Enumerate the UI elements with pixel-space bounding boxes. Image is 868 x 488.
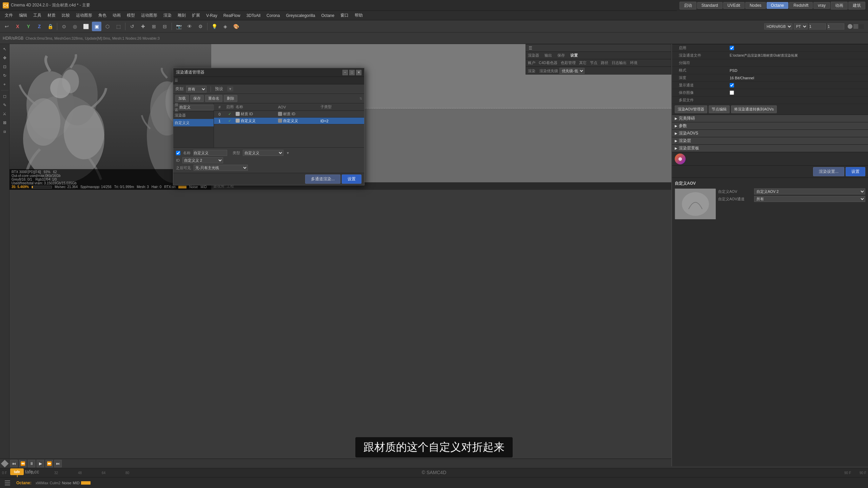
tool-rotate[interactable]: ↻ bbox=[1, 72, 8, 79]
menu-edit[interactable]: 编辑 bbox=[16, 12, 30, 19]
rename-btn[interactable]: 重命名 bbox=[205, 95, 222, 102]
toolbar-camera[interactable]: 📷 bbox=[174, 22, 183, 31]
menu-corona[interactable]: Corona bbox=[264, 13, 282, 19]
settings-dialog-btn[interactable]: 设置 bbox=[342, 175, 361, 184]
section-render-layer-template[interactable]: ▶ 渲染层景板 bbox=[672, 145, 868, 152]
menu-3dtosall[interactable]: 3DToAll bbox=[244, 13, 263, 19]
mode-architecture[interactable]: 建筑 bbox=[848, 2, 865, 9]
render-tab-save[interactable]: 输出 bbox=[545, 53, 552, 58]
dialog-close-btn[interactable]: ✕ bbox=[356, 70, 361, 75]
menu-mograph[interactable]: 运动图形 bbox=[138, 12, 160, 19]
toolbar-eye[interactable]: 👁 bbox=[185, 22, 194, 31]
tool-magnet[interactable]: ⊠ bbox=[1, 119, 8, 126]
mode-nodes[interactable]: Nodes bbox=[745, 2, 766, 9]
menu-octane[interactable]: Octane bbox=[318, 13, 337, 19]
settings-channel[interactable]: 渲染 bbox=[528, 68, 535, 74]
form-name-input[interactable] bbox=[193, 150, 227, 156]
toolbar-cube[interactable]: ⬜ bbox=[81, 22, 91, 31]
toolbar-cross[interactable]: ✚ bbox=[138, 22, 148, 31]
btn-prev-frame[interactable]: ⏪ bbox=[19, 460, 26, 467]
bottom-menu-icon[interactable] bbox=[3, 478, 12, 488]
settings-c4d[interactable]: C4D着色器 bbox=[539, 60, 557, 65]
mode-launch[interactable]: 启动 bbox=[679, 2, 696, 9]
list-item-custom[interactable]: 自定义义 bbox=[173, 119, 214, 126]
dialog-window-controls[interactable]: − □ ✕ bbox=[342, 70, 361, 75]
tool-knife[interactable]: ⚔ bbox=[1, 110, 8, 118]
toolbar-z[interactable]: Z bbox=[35, 22, 44, 31]
toolbar-y[interactable]: Y bbox=[24, 22, 33, 31]
mode-vray[interactable]: vray bbox=[813, 2, 830, 9]
btn-last-frame[interactable]: ⏭ bbox=[54, 460, 62, 467]
settings-other[interactable]: 其它 bbox=[579, 60, 587, 65]
section-render-aovs[interactable]: ▶ 渲染AOVS bbox=[672, 130, 868, 137]
btn-play-pause[interactable]: ⏸ bbox=[28, 460, 35, 467]
form-type-expand[interactable]: ▼ bbox=[286, 151, 290, 155]
table-row-1[interactable]: 1 ✓ 自定义义 自定义义 ID=2 bbox=[214, 118, 364, 124]
tool-transform[interactable]: ⌖ bbox=[1, 81, 8, 88]
delete-btn[interactable]: 删除 bbox=[224, 95, 237, 102]
section-params[interactable]: ▶ 参数 bbox=[672, 122, 868, 130]
toolbar-sphere[interactable]: ⊙ bbox=[59, 22, 69, 31]
toolbar-paint[interactable]: 🎨 bbox=[231, 22, 241, 31]
mode-redshift[interactable]: Redshift bbox=[789, 2, 813, 9]
form-id-select[interactable]: 自定义义 2 bbox=[182, 157, 223, 163]
settings-priority[interactable]: 渲染优先级 bbox=[539, 68, 558, 74]
settings-nodes[interactable]: 节点 bbox=[590, 60, 597, 65]
render-settings-btn[interactable]: 渲染设置... bbox=[813, 167, 844, 176]
list-item-renderer[interactable]: 渲染器 bbox=[173, 111, 214, 119]
menu-modeling[interactable]: 模型 bbox=[124, 12, 138, 19]
btn-next-frame[interactable]: ⏩ bbox=[45, 460, 53, 467]
toolbar-ring[interactable]: ◎ bbox=[70, 22, 80, 31]
toolbar-smooth[interactable]: ▣ bbox=[92, 22, 101, 31]
btn-first-frame[interactable]: ⏮ bbox=[10, 460, 18, 467]
form-visibility-select[interactable]: 无-只有主光线 bbox=[194, 165, 248, 171]
menu-vray[interactable]: V-Ray bbox=[203, 13, 220, 19]
toolbar-bend[interactable]: ⬚ bbox=[114, 22, 123, 31]
settings-account[interactable]: 账户 bbox=[528, 60, 535, 65]
setup-btn[interactable]: 设置 bbox=[846, 167, 865, 176]
menu-help[interactable]: 帮助 bbox=[352, 12, 366, 19]
section-complete[interactable]: ▶ 完美障碍 bbox=[672, 115, 868, 122]
menu-tools[interactable]: 工具 bbox=[31, 12, 44, 19]
settings-env[interactable]: 环境 bbox=[630, 60, 637, 65]
render-tab-settings[interactable]: 设置 bbox=[570, 53, 578, 58]
enable-checkbox[interactable] bbox=[730, 46, 734, 50]
menu-material[interactable]: 材质 bbox=[45, 12, 58, 19]
menu-realflow[interactable]: RealFlow bbox=[221, 13, 243, 19]
dialog-minimize-btn[interactable]: − bbox=[342, 70, 348, 75]
save-image-checkbox[interactable] bbox=[730, 90, 734, 95]
node-editor-btn[interactable]: 节点编辑 bbox=[709, 105, 730, 113]
section-render-layer[interactable]: ▶ 渲染层 bbox=[672, 137, 868, 145]
priority-select[interactable]: 优先级-低 bbox=[559, 68, 585, 74]
tool-select[interactable]: ↖ bbox=[1, 45, 8, 53]
dialog-menu-icon[interactable]: ☰ bbox=[175, 78, 178, 83]
max-channels-checkbox[interactable] bbox=[730, 83, 734, 87]
menu-motion-graphics[interactable]: 运动图形 bbox=[73, 12, 95, 19]
settings-export[interactable]: 日志输出 bbox=[612, 60, 627, 65]
render-value-2[interactable] bbox=[827, 23, 844, 29]
custom-aov-select[interactable]: 自定义AOV 2 bbox=[754, 188, 865, 195]
load-btn[interactable]: 加载 bbox=[175, 95, 189, 102]
dialog-maximize-btn[interactable]: □ bbox=[349, 70, 355, 75]
btn-play[interactable]: ▶ bbox=[37, 460, 44, 467]
custom-aov-channel-select[interactable]: 所有 bbox=[754, 196, 865, 202]
toolbar-align[interactable]: ⊟ bbox=[160, 22, 170, 31]
mode-octane[interactable]: Octane bbox=[767, 2, 789, 9]
preset-icon[interactable]: ▼ bbox=[227, 86, 233, 92]
mode-animation[interactable]: 动画 bbox=[831, 2, 848, 9]
menu-animation[interactable]: 动画 bbox=[110, 12, 123, 19]
menu-character[interactable]: 角色 bbox=[96, 12, 109, 19]
form-type-select[interactable]: 自定义义 bbox=[243, 150, 283, 156]
render-tab-post[interactable]: 保存 bbox=[557, 53, 565, 58]
save-btn[interactable]: 保存 bbox=[190, 95, 204, 102]
aov-manager-btn[interactable]: 渲染AOV管理器 bbox=[675, 105, 707, 113]
tool-move[interactable]: ✥ bbox=[1, 54, 8, 62]
multichannel-render-btn[interactable]: 多通道渲染... bbox=[305, 175, 340, 184]
toolbar-lock[interactable]: 🔒 bbox=[45, 22, 55, 31]
menu-file[interactable]: 文件 bbox=[2, 12, 16, 19]
render-value-1[interactable] bbox=[809, 23, 826, 29]
pt-select[interactable]: PT bbox=[794, 23, 808, 29]
convert-btn[interactable]: 将渲染通道转换到AOVs bbox=[731, 105, 777, 113]
toolbar-mesh[interactable]: ⬡ bbox=[103, 22, 112, 31]
toolbar-undo[interactable]: ↩ bbox=[2, 22, 12, 31]
